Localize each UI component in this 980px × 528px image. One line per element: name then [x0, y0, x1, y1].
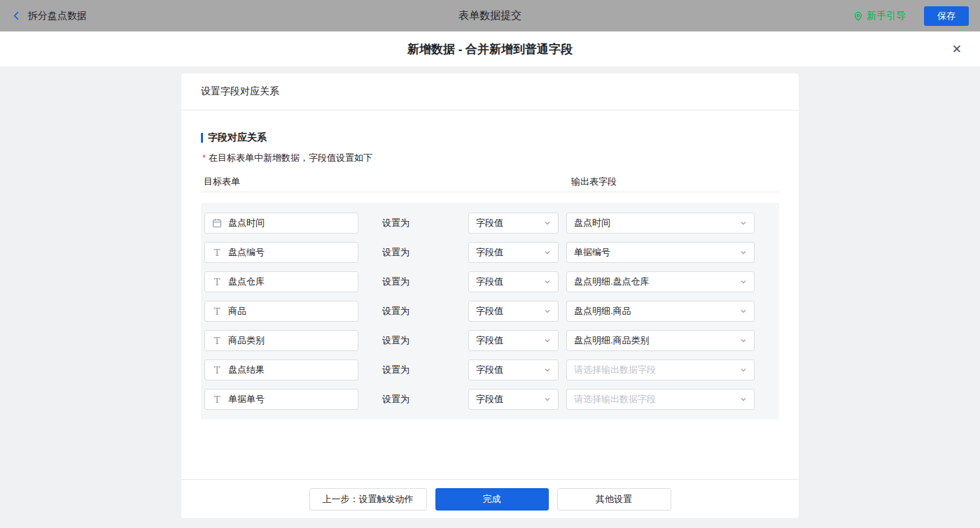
location-pin-icon: [853, 11, 863, 21]
dialog-header: 新增数据 - 合并新增到普通字段 ✕: [0, 31, 980, 66]
chevron-down-icon: [544, 396, 551, 403]
beginner-guide-link[interactable]: 新手引导: [853, 10, 906, 22]
target-field-box[interactable]: T盘点编号: [204, 242, 358, 263]
text-field-icon: T: [212, 395, 222, 404]
mapping-row: T盘点结果设置为字段值请选择输出数据字段: [204, 359, 779, 380]
column-headers: 目标表单 输出表字段: [201, 176, 779, 192]
chevron-left-icon: [11, 10, 22, 21]
output-field-select-value: 盘点明细.盘点仓库: [574, 276, 650, 288]
chevron-down-icon: [544, 337, 551, 344]
value-mode-select[interactable]: 字段值: [468, 301, 559, 322]
topbar-title: 表单数据提交: [458, 9, 522, 22]
mapping-row: T单据单号设置为字段值请选择输出数据字段: [204, 389, 779, 410]
card-footer: 上一步：设置触发动作 完成 其他设置: [181, 479, 799, 518]
chevron-down-icon: [544, 366, 551, 373]
text-field-icon: T: [212, 278, 222, 287]
save-button[interactable]: 保存: [924, 6, 969, 26]
text-field-icon: T: [212, 336, 222, 345]
chevron-down-icon: [740, 278, 747, 285]
value-mode-select-value: 字段值: [476, 393, 503, 406]
dialog-title: 新增数据 - 合并新增到普通字段: [407, 41, 573, 57]
target-field-label: 盘点时间: [228, 217, 265, 229]
mapping-rows: 盘点时间设置为字段值盘点时间T盘点编号设置为字段值单据编号T盘点仓库设置为字段值…: [201, 203, 779, 420]
target-field-label: 商品: [228, 305, 246, 317]
output-field-select[interactable]: 请选择输出数据字段: [566, 389, 755, 410]
close-icon[interactable]: ✕: [952, 43, 962, 55]
value-mode-select-value: 字段值: [476, 246, 503, 259]
target-field-box[interactable]: T商品类别: [204, 330, 358, 351]
value-mode-select[interactable]: 字段值: [468, 213, 559, 234]
text-field-icon: T: [212, 248, 222, 257]
output-field-select[interactable]: 单据编号: [566, 242, 755, 263]
value-mode-select[interactable]: 字段值: [468, 242, 559, 263]
chevron-down-icon: [740, 366, 747, 373]
output-field-select-value: 单据编号: [574, 246, 610, 259]
section-accent-bar: [201, 133, 203, 143]
chevron-down-icon: [544, 308, 551, 315]
target-field-label: 单据单号: [228, 393, 265, 406]
chevron-down-icon: [740, 308, 747, 315]
text-field-icon: T: [212, 307, 222, 316]
output-field-select[interactable]: 盘点明细.商品: [566, 301, 755, 322]
previous-step-button[interactable]: 上一步：设置触发动作: [309, 488, 427, 511]
topbar-actions: 新手引导 保存: [853, 6, 969, 26]
value-mode-select-value: 字段值: [476, 334, 503, 347]
target-field-box[interactable]: T盘点仓库: [204, 271, 358, 292]
mapping-row: 盘点时间设置为字段值盘点时间: [204, 213, 779, 234]
target-field-label: 盘点仓库: [228, 276, 265, 288]
topbar: 拆分盘点数据 表单数据提交 新手引导 保存: [0, 0, 980, 31]
section-title: 字段对应关系: [201, 131, 779, 144]
value-mode-select[interactable]: 字段值: [468, 389, 559, 410]
note-text: 在目标表单中新增数据，字段值设置如下: [209, 152, 372, 163]
value-mode-select-value: 字段值: [476, 276, 503, 288]
value-mode-select[interactable]: 字段值: [468, 330, 559, 351]
back-label: 拆分盘点数据: [28, 10, 87, 22]
column-header-output-fields: 输出表字段: [571, 176, 617, 188]
value-mode-select[interactable]: 字段值: [468, 271, 559, 292]
chevron-down-icon: [544, 278, 551, 285]
set-as-label: 设置为: [358, 393, 468, 406]
chevron-down-icon: [544, 249, 551, 256]
required-asterisk: *: [202, 152, 206, 163]
beginner-guide-label: 新手引导: [867, 10, 906, 22]
calendar-icon: [212, 218, 222, 228]
target-field-box[interactable]: T盘点结果: [204, 359, 358, 380]
field-mapping-card: 设置字段对应关系 字段对应关系 *在目标表单中新增数据，字段值设置如下 目标表单…: [181, 73, 799, 518]
chevron-down-icon: [544, 220, 551, 227]
set-as-label: 设置为: [358, 364, 468, 376]
output-field-select[interactable]: 盘点明细.盘点仓库: [566, 271, 755, 292]
output-field-select-value: 盘点明细.商品类别: [574, 334, 650, 347]
card-body: 字段对应关系 *在目标表单中新增数据，字段值设置如下 目标表单 输出表字段 盘点…: [181, 110, 799, 479]
target-field-box[interactable]: T商品: [204, 301, 358, 322]
done-button[interactable]: 完成: [435, 488, 549, 511]
back-button[interactable]: 拆分盘点数据: [11, 10, 87, 22]
section-title-label: 字段对应关系: [208, 131, 267, 144]
target-field-label: 商品类别: [228, 334, 265, 347]
target-field-label: 盘点编号: [228, 246, 265, 259]
target-field-box[interactable]: T单据单号: [204, 389, 358, 410]
target-field-box[interactable]: 盘点时间: [204, 213, 358, 234]
output-field-select-value: 盘点明细.商品: [574, 305, 631, 317]
mapping-row: T盘点编号设置为字段值单据编号: [204, 242, 779, 263]
mapping-row: T盘点仓库设置为字段值盘点明细.盘点仓库: [204, 271, 779, 292]
chevron-down-icon: [740, 249, 747, 256]
value-mode-select[interactable]: 字段值: [468, 359, 559, 380]
output-field-select-value: 请选择输出数据字段: [574, 364, 656, 376]
target-field-label: 盘点结果: [228, 364, 265, 376]
dialog-body: 设置字段对应关系 字段对应关系 *在目标表单中新增数据，字段值设置如下 目标表单…: [0, 66, 980, 528]
card-title: 设置字段对应关系: [181, 73, 799, 110]
mapping-row: T商品类别设置为字段值盘点明细.商品类别: [204, 330, 779, 351]
set-as-label: 设置为: [358, 305, 468, 317]
output-field-select[interactable]: 盘点明细.商品类别: [566, 330, 755, 351]
output-field-select[interactable]: 请选择输出数据字段: [566, 359, 755, 380]
text-field-icon: T: [212, 366, 222, 375]
set-as-label: 设置为: [358, 246, 468, 259]
chevron-down-icon: [740, 337, 747, 344]
output-field-select[interactable]: 盘点时间: [566, 213, 755, 234]
mapping-row: T商品设置为字段值盘点明细.商品: [204, 301, 779, 322]
set-as-label: 设置为: [358, 217, 468, 229]
value-mode-select-value: 字段值: [476, 305, 503, 317]
other-settings-button[interactable]: 其他设置: [557, 488, 671, 511]
set-as-label: 设置为: [358, 334, 468, 347]
set-as-label: 设置为: [358, 276, 468, 288]
